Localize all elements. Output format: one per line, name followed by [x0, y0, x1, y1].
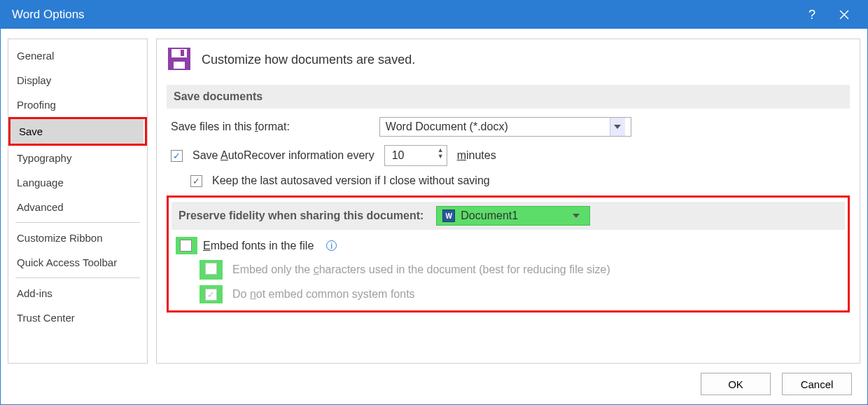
embed-fonts-checkbox[interactable] — [180, 240, 192, 252]
save-format-label: Save files in this format: — [171, 121, 290, 133]
embed-fonts-label: Embed fonts in the file — [203, 240, 314, 252]
sidebar-item-display[interactable]: Display — [8, 68, 147, 92]
sidebar-item-language[interactable]: Language — [8, 170, 147, 195]
sidebar-item-trust-center[interactable]: Trust Center — [8, 306, 147, 330]
save-format-value: Word Document (*.docx) — [386, 121, 508, 133]
ok-button[interactable]: OK — [701, 373, 771, 395]
sidebar-item-typography[interactable]: Typography — [8, 146, 147, 170]
sidebar-separator — [15, 277, 140, 278]
highlight-marker — [176, 237, 197, 254]
cancel-button[interactable]: Cancel — [782, 373, 852, 395]
close-button[interactable] — [828, 1, 860, 29]
save-format-combo[interactable]: Word Document (*.docx) — [379, 117, 631, 137]
autorecover-minutes-input[interactable]: 10 ▲▼ — [384, 145, 447, 166]
autorecover-minutes-value: 10 — [392, 149, 405, 162]
embed-only-used-checkbox — [205, 263, 217, 275]
category-sidebar: General Display Proofing Save Typography… — [8, 39, 148, 364]
spinner-arrows-icon: ▲▼ — [438, 147, 444, 160]
sidebar-separator — [15, 222, 140, 223]
dialog-title: Word Options — [8, 8, 796, 22]
page-heading: Customize how documents are saved. — [202, 53, 415, 67]
highlighted-section: Preserve fidelity when sharing this docu… — [167, 195, 850, 313]
do-not-embed-system-label: Do not embed common system fonts — [232, 288, 415, 301]
word-document-icon: W — [442, 210, 455, 222]
sidebar-item-addins[interactable]: Add-ins — [8, 281, 147, 306]
section-save-documents: Save documents — [167, 85, 850, 109]
svg-rect-3 — [181, 50, 184, 56]
fidelity-document-value: Document1 — [461, 210, 518, 222]
preserve-fidelity-label: Preserve fidelity when sharing this docu… — [178, 210, 424, 222]
do-not-embed-system-checkbox — [205, 289, 217, 301]
sidebar-item-save[interactable]: Save — [10, 119, 144, 144]
sidebar-item-quick-access[interactable]: Quick Access Toolbar — [8, 250, 147, 275]
info-icon[interactable]: i — [326, 240, 337, 251]
embed-only-used-label: Embed only the characters used in the do… — [232, 263, 610, 276]
svg-rect-2 — [174, 62, 185, 69]
chevron-down-icon — [610, 118, 625, 136]
dialog-footer: OK Cancel — [1, 364, 867, 404]
word-options-dialog: Word Options ? General Display Proofing … — [0, 0, 868, 405]
help-button[interactable]: ? — [796, 1, 828, 29]
main-panel: Customize how documents are saved. Save … — [156, 39, 860, 364]
minutes-label: minutes — [457, 149, 496, 162]
keep-last-autosaved-checkbox[interactable] — [190, 175, 202, 187]
sidebar-item-proofing[interactable]: Proofing — [8, 92, 147, 117]
autorecover-checkbox[interactable] — [171, 150, 183, 162]
autorecover-label: Save AutoRecover information every — [192, 149, 374, 162]
save-disk-icon — [167, 46, 192, 74]
fidelity-document-combo[interactable]: W Document1 — [436, 206, 590, 226]
sidebar-item-customize-ribbon[interactable]: Customize Ribbon — [8, 226, 147, 250]
svg-rect-1 — [172, 49, 187, 57]
keep-last-autosaved-label: Keep the last autosaved version if I clo… — [212, 174, 490, 187]
chevron-down-icon — [568, 207, 584, 225]
sidebar-item-general[interactable]: General — [8, 43, 147, 68]
sidebar-item-advanced[interactable]: Advanced — [8, 195, 147, 219]
titlebar: Word Options ? — [1, 1, 867, 29]
